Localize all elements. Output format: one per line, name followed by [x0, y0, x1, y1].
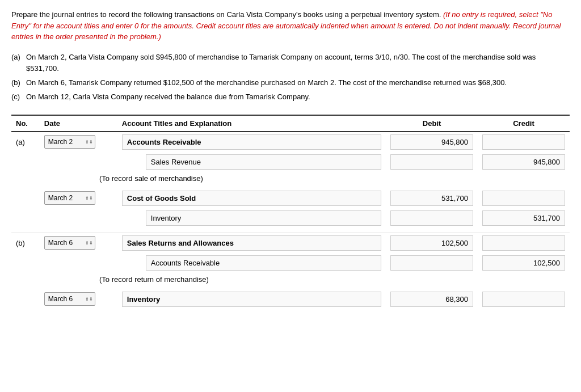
credit-input-a3[interactable]	[482, 191, 565, 206]
credit-input-b3[interactable]	[482, 292, 565, 307]
problem-c-text: On March 12, Carla Vista Company receive…	[26, 91, 310, 103]
problems-block: (a) On March 2, Carla Vista Company sold…	[11, 52, 570, 103]
section-spacer-ab	[11, 228, 570, 233]
debit-input-a2[interactable]	[390, 154, 473, 170]
date-cell-b3[interactable]: March 2 March 6 March 12 No Entry	[40, 289, 117, 309]
account-input-a3[interactable]	[122, 191, 381, 206]
credit-input-b2[interactable]	[482, 255, 565, 271]
instructions-main: Prepare the journal entries to record th…	[11, 10, 441, 19]
date-cell-a1[interactable]: March 2 March 6 March 12 No Entry	[40, 132, 117, 152]
debit-input-b3[interactable]	[390, 292, 473, 307]
account-cell-a1[interactable]	[117, 132, 386, 152]
account-cell-a4[interactable]	[117, 208, 386, 228]
debit-cell-b3[interactable]	[386, 289, 478, 309]
table-row: March 2 March 6 March 12 No Entry	[11, 289, 570, 309]
debit-cell-a1[interactable]	[386, 132, 478, 152]
credit-input-a2[interactable]	[482, 154, 565, 170]
debit-input-a4[interactable]	[390, 210, 473, 226]
credit-cell-b1[interactable]	[478, 233, 570, 253]
account-input-b3[interactable]	[122, 292, 381, 307]
date-dropdown-a1[interactable]: March 2 March 6 March 12 No Entry	[44, 135, 95, 149]
debit-input-a3[interactable]	[390, 191, 473, 206]
credit-cell-b2[interactable]	[478, 253, 570, 273]
debit-input-b2[interactable]	[390, 255, 473, 271]
table-row	[11, 253, 570, 273]
date-cell-a3[interactable]: March 2 March 6 March 12 No Entry	[40, 188, 117, 208]
credit-cell-b3[interactable]	[478, 289, 570, 309]
table-row	[11, 208, 570, 228]
note-text-a1: (To record sale of merchandise)	[11, 172, 570, 188]
date-cell-b1[interactable]: March 2 March 6 March 12 No Entry	[40, 233, 117, 253]
col-header-date: Date	[40, 115, 117, 132]
date-select-b3[interactable]: March 2 March 6 March 12 No Entry	[44, 292, 95, 306]
date-dropdown-b1[interactable]: March 2 March 6 March 12 No Entry	[44, 236, 95, 250]
problem-a-text: On March 2, Carla Vista Company sold $94…	[26, 52, 570, 75]
account-input-a2[interactable]	[146, 154, 381, 170]
account-cell-a3[interactable]	[117, 188, 386, 208]
col-header-debit: Debit	[386, 115, 478, 132]
date-dropdown-a3[interactable]: March 2 March 6 March 12 No Entry	[44, 191, 95, 205]
account-input-a1[interactable]	[122, 134, 381, 150]
debit-cell-a2[interactable]	[386, 152, 478, 172]
credit-cell-a3[interactable]	[478, 188, 570, 208]
account-input-b1[interactable]	[122, 235, 381, 251]
credit-cell-a4[interactable]	[478, 208, 570, 228]
debit-input-a1[interactable]	[390, 134, 473, 150]
debit-input-b1[interactable]	[390, 235, 473, 251]
credit-input-b1[interactable]	[482, 235, 565, 251]
account-cell-b3[interactable]	[117, 289, 386, 309]
credit-input-a4[interactable]	[482, 210, 565, 226]
col-header-no: No.	[11, 115, 40, 132]
account-cell-b1[interactable]	[117, 233, 386, 253]
problem-a-label: (a)	[11, 52, 23, 75]
date-select-a3[interactable]: March 2 March 6 March 12 No Entry	[44, 191, 95, 205]
table-row	[11, 152, 570, 172]
credit-input-a1[interactable]	[482, 134, 565, 150]
account-input-a4[interactable]	[146, 210, 381, 226]
account-input-b2[interactable]	[146, 255, 381, 271]
table-row-note-b1: (To record return of merchandise)	[11, 273, 570, 289]
table-row: March 2 March 6 March 12 No Entry	[11, 188, 570, 208]
instructions-block: Prepare the journal entries to record th…	[11, 9, 570, 43]
account-cell-b2[interactable]	[117, 253, 386, 273]
table-row: (b) March 2 March 6 March 12 No Entry	[11, 233, 570, 253]
date-select-b1[interactable]: March 2 March 6 March 12 No Entry	[44, 236, 95, 250]
date-dropdown-b3[interactable]: March 2 March 6 March 12 No Entry	[44, 292, 95, 306]
credit-cell-a2[interactable]	[478, 152, 570, 172]
credit-cell-a1[interactable]	[478, 132, 570, 152]
problem-c-label: (c)	[11, 91, 23, 103]
problem-c: (c) On March 12, Carla Vista Company rec…	[11, 91, 570, 103]
date-select-a1[interactable]: March 2 March 6 March 12 No Entry	[44, 135, 95, 149]
journal-table: No. Date Account Titles and Explanation …	[11, 115, 570, 309]
table-row: (a) March 2 March 6 March 12 No Entry	[11, 132, 570, 152]
problem-b: (b) On March 6, Tamarisk Company returne…	[11, 77, 570, 89]
col-header-account: Account Titles and Explanation	[117, 115, 386, 132]
col-header-credit: Credit	[478, 115, 570, 132]
problem-b-text: On March 6, Tamarisk Company returned $1…	[26, 77, 507, 89]
row-label-a: (a)	[11, 132, 40, 152]
debit-cell-a3[interactable]	[386, 188, 478, 208]
problem-b-label: (b)	[11, 77, 23, 89]
note-text-b1: (To record return of merchandise)	[11, 273, 570, 289]
debit-cell-b1[interactable]	[386, 233, 478, 253]
row-label-b: (b)	[11, 233, 40, 253]
account-cell-a2[interactable]	[117, 152, 386, 172]
table-row-note-a1: (To record sale of merchandise)	[11, 172, 570, 188]
debit-cell-a4[interactable]	[386, 208, 478, 228]
debit-cell-b2[interactable]	[386, 253, 478, 273]
problem-a: (a) On March 2, Carla Vista Company sold…	[11, 52, 570, 75]
